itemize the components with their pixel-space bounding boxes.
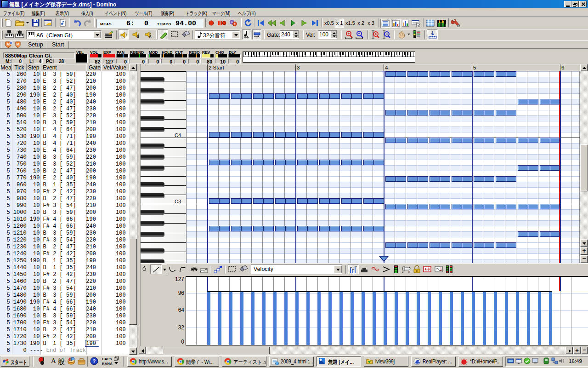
svg-text:M: M	[17, 42, 20, 46]
svg-text:R: R	[408, 270, 410, 273]
svg-text:S: S	[137, 34, 140, 38]
svg-text:L: L	[402, 270, 403, 273]
svg-text:?: ?	[93, 358, 96, 364]
svg-text:A: A	[149, 34, 152, 38]
